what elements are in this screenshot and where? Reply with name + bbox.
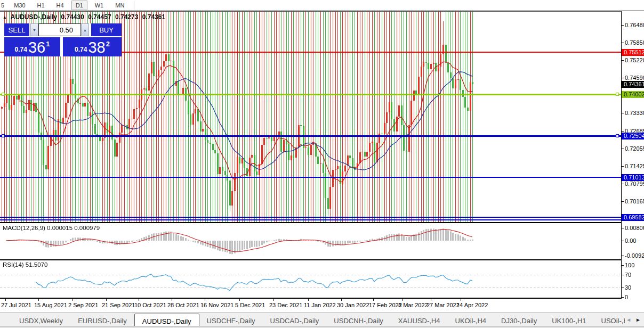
- time-tick-label: 8 Mar 2022: [398, 302, 428, 308]
- tab-scroll-left-icon[interactable]: ◄: [624, 317, 633, 323]
- time-tick-label: 17 Feb 2022: [369, 302, 402, 308]
- price-tick-label: 0.73330: [625, 110, 644, 116]
- time-tick-mark: [341, 299, 342, 301]
- price-tick-mark: [622, 60, 624, 61]
- price-level-badge: 0.71013: [622, 174, 644, 181]
- timeframe-button-w1[interactable]: W1: [91, 1, 108, 10]
- macd-indicator-label: MACD(12,26,9) 0.000015 0.000979: [3, 225, 100, 231]
- time-tick-mark: [172, 299, 172, 301]
- ohlc-open: 0.74430: [61, 13, 84, 21]
- price-tick-label: 0.74590: [625, 75, 644, 81]
- macd-tick-mark: [622, 228, 624, 228]
- toolbar-divider: [134, 1, 134, 10]
- rsi-tick-mark: [622, 288, 624, 288]
- rsi-tick-label: 100: [625, 262, 634, 268]
- price-tick-mark: [622, 25, 624, 26]
- price-tick-label: 0.76480: [625, 22, 644, 28]
- time-tick-label: 15 Aug 2021: [34, 302, 67, 308]
- window-bottom-edge: [0, 326, 644, 328]
- price-tick-mark: [622, 184, 624, 184]
- time-tick-label: 2 Sep 2021: [68, 302, 98, 308]
- one-click-trading-panel: SELL ▼ ▲ BUY 0.74 36 1 0.74 38 2: [4, 23, 122, 56]
- price-tick-mark: [622, 78, 624, 78]
- macd-tick-mark: [622, 241, 624, 241]
- price-level-badge: 0.72504: [622, 133, 644, 140]
- macd-tick-label: 0.008061: [625, 225, 644, 231]
- price-tick-mark: [622, 113, 624, 113]
- timeframe-button-5[interactable]: 5: [0, 1, 6, 10]
- time-tick-mark: [73, 299, 73, 301]
- price-axis[interactable]: 0.764800.758500.752200.745900.733300.726…: [622, 11, 644, 299]
- tab-scroll-controls: ◄ ►: [624, 313, 643, 326]
- buy-price-pip: 2: [106, 40, 110, 48]
- time-tick-label: 28 Oct 2021: [167, 302, 199, 308]
- buy-price-button[interactable]: 0.74 38 2: [63, 37, 122, 56]
- buy-price-big: 38: [88, 40, 105, 55]
- time-axis[interactable]: 27 Jul 202115 Aug 20212 Sep 202121 Sep 2…: [0, 299, 644, 313]
- price-tick-label: 0.75850: [625, 39, 644, 46]
- time-tick-mark: [431, 299, 431, 301]
- buy-price-prefix: 0.74: [75, 46, 87, 53]
- tab-scroll-right-icon[interactable]: ►: [633, 317, 643, 323]
- time-tick-mark: [139, 299, 139, 301]
- time-tick-mark: [106, 299, 107, 301]
- time-tick-label: 21 Sep 2021: [102, 302, 135, 308]
- volume-increase-button[interactable]: ▲: [81, 23, 89, 36]
- time-tick-label: 10 Oct 2021: [134, 302, 166, 308]
- chart-top-border: [0, 11, 644, 12]
- timeframe-button-d1[interactable]: D1: [71, 1, 87, 10]
- rsi-tick-label: 70: [625, 272, 631, 278]
- price-tick-mark: [622, 201, 624, 202]
- rsi-indicator-label: RSI(14) 51.5070: [3, 261, 47, 268]
- time-tick-label: 11 Jan 2022: [304, 302, 336, 308]
- sell-price-prefix: 0.74: [15, 46, 27, 53]
- price-level-badge: 0.74002: [622, 91, 644, 98]
- ohlc-high: 0.74457: [88, 13, 111, 21]
- time-tick-mark: [5, 299, 6, 301]
- time-tick-mark: [402, 299, 403, 301]
- rsi-tick-label: 30: [625, 284, 631, 291]
- timeframe-button-m30[interactable]: M30: [10, 1, 29, 10]
- rsi-tick-mark: [622, 265, 624, 266]
- time-tick-mark: [461, 299, 461, 301]
- price-tick-mark: [622, 149, 624, 149]
- macd-tick-label: -0.009286: [625, 252, 644, 259]
- time-tick-mark: [273, 299, 274, 301]
- time-tick-mark: [239, 299, 240, 301]
- price-tick-label: 0.72055: [625, 145, 644, 152]
- price-tick-mark: [622, 43, 624, 43]
- ohlc-low: 0.74273: [115, 13, 138, 21]
- price-tick-mark: [622, 131, 624, 132]
- trading-platform-window: 5M30H1H4D1W1MN ▲ AUDUSD-,Daily 0.74430 0…: [0, 0, 644, 328]
- time-tick-label: 27 Jul 2021: [1, 302, 31, 308]
- time-tick-mark: [205, 299, 205, 301]
- one-click-panel-arrow-icon[interactable]: ▲: [3, 15, 7, 20]
- price-level-badge: 0.69582: [622, 214, 644, 221]
- timeframe-toolbar: 5M30H1H4D1W1MN: [0, 0, 644, 11]
- volume-decrease-button[interactable]: ▼: [30, 23, 38, 36]
- timeframe-button-h4[interactable]: H4: [52, 1, 68, 10]
- macd-rsi-separator[interactable]: [0, 259, 644, 260]
- timeframe-button-mn[interactable]: MN: [111, 1, 128, 10]
- time-tick-label: 16 Nov 2021: [200, 302, 234, 308]
- rsi-tick-mark: [622, 297, 624, 298]
- chart-symbol-label: AUDUSD-,Daily: [11, 13, 57, 21]
- main-macd-separator[interactable]: [0, 222, 644, 223]
- rsi-tick-mark: [622, 275, 624, 275]
- price-level-badge: 0.74361: [622, 81, 644, 88]
- price-tick-label: 0.70165: [625, 198, 644, 204]
- timeframe-button-h1[interactable]: H1: [33, 1, 49, 10]
- chart-ohlc-header: ▲ AUDUSD-,Daily 0.74430 0.74457 0.74273 …: [3, 13, 167, 21]
- buy-button[interactable]: BUY: [91, 23, 122, 36]
- sell-price-button[interactable]: 0.74 36 1: [4, 37, 60, 56]
- price-tick-mark: [622, 166, 624, 167]
- volume-input[interactable]: [38, 23, 81, 36]
- sell-price-pip: 1: [46, 40, 50, 48]
- macd-tick-label: 0.00: [625, 237, 644, 244]
- price-tick-label: 0.71425: [625, 163, 644, 169]
- sell-button[interactable]: SELL: [4, 23, 29, 36]
- ohlc-close: 0.74361: [142, 13, 165, 21]
- time-tick-label: 14 Apr 2022: [456, 302, 488, 308]
- price-tick-label: 0.70795: [625, 181, 644, 187]
- time-tick-label: 23 Dec 2021: [269, 302, 302, 308]
